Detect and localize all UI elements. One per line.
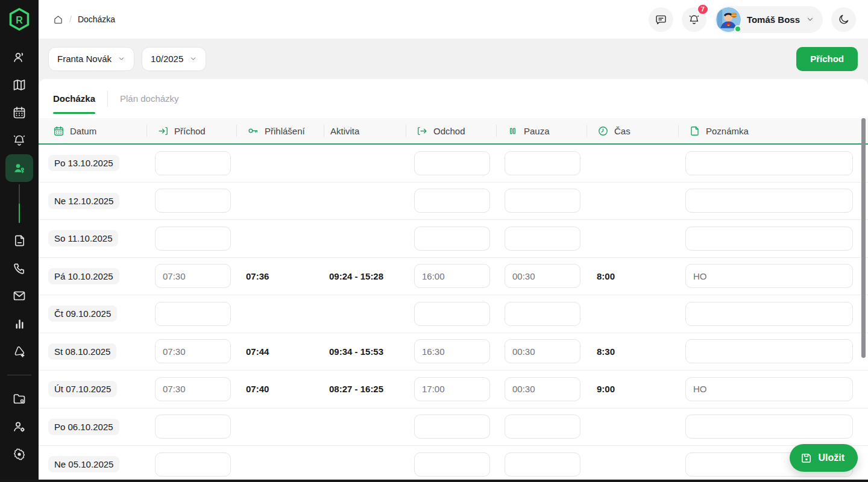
prichod-input[interactable] [155,302,231,326]
tab-attendance-plan[interactable]: Plán docházky [120,79,179,118]
employee-select[interactable]: Franta Novák [48,47,134,71]
sidebar-item-attendance[interactable] [5,154,33,182]
table-row: St 08.10.2025 07:44 09:34 - 15:53 8:30 [39,333,868,371]
odchod-input[interactable] [414,377,490,401]
pauza-input[interactable] [505,227,580,251]
prichod-input[interactable] [155,339,231,363]
odchod-input[interactable] [414,227,490,251]
cell-cas [587,183,678,220]
file-icon [689,125,700,137]
sidebar-item-notifications[interactable] [5,127,33,154]
nav-connector-line [19,184,20,223]
prichod-input[interactable] [155,377,231,401]
pauza-input[interactable] [505,339,580,363]
mail-icon [12,289,27,303]
prichod-input[interactable] [155,452,231,477]
date-label: Ne 12.10.2025 [48,193,119,209]
column-header-cas: Čas [587,118,678,143]
checkin-button[interactable]: Příchod [796,47,858,71]
poznamka-input[interactable] [685,339,853,363]
cell-prichod [146,371,236,408]
cell-datum: Po 13.10.2025 [39,145,146,182]
prichod-input[interactable] [155,151,231,175]
notifications-button[interactable]: 7 [682,7,706,32]
scrollbar-thumb[interactable] [861,118,866,358]
online-status-dot [734,25,741,33]
chat-button[interactable] [649,7,673,32]
poznamka-input[interactable] [685,227,853,251]
odchod-input[interactable] [414,415,490,439]
pauza-input[interactable] [505,377,580,401]
prichod-input[interactable] [155,189,231,213]
poznamka-input[interactable] [685,302,853,326]
save-button[interactable]: Uložit [790,444,858,472]
app-logo[interactable]: R [0,0,39,39]
odchod-input[interactable] [414,302,490,326]
pauza-input[interactable] [505,452,580,477]
poznamka-input[interactable] [685,264,853,288]
cell-poznamka [678,295,868,333]
cell-prihlaseni [236,220,324,257]
odchod-input[interactable] [414,189,490,213]
table-row: Po 13.10.2025 [39,145,868,183]
odchod-input[interactable] [414,264,490,288]
sidebar-item-reports[interactable] [5,310,33,337]
phone-icon [13,261,27,275]
poznamka-input[interactable] [685,151,853,175]
poznamka-input[interactable] [685,189,853,213]
cell-aktivita: 08:27 - 16:25 [324,371,406,408]
odchod-input[interactable] [414,452,490,477]
date-label: So 11.10.2025 [48,230,118,246]
aktivita-value: 09:24 - 15:28 [329,271,383,281]
month-select[interactable]: 10/2025 [142,47,206,71]
cell-cas: 9:00 [587,371,678,408]
cell-datum: Ne 05.10.2025 [39,446,146,482]
chat-icon [655,13,667,26]
sidebar-item-mail[interactable] [5,282,33,310]
cell-pauza [496,258,587,295]
date-label: Út 07.10.2025 [48,381,117,397]
date-label: Po 13.10.2025 [48,155,119,171]
date-label: Čt 09.10.2025 [48,305,117,322]
pauza-input[interactable] [505,151,580,175]
cell-datum: Po 06.10.2025 [39,408,146,446]
sidebar-item-settings[interactable] [5,440,33,468]
pauza-input[interactable] [505,189,580,213]
prichod-input[interactable] [155,415,231,439]
odchod-input[interactable] [414,339,490,363]
filter-bar: Franta Novák 10/2025 Příchod [39,39,868,79]
odchod-input[interactable] [414,151,490,175]
poznamka-input[interactable] [685,415,853,439]
tab-attendance[interactable]: Docházka [53,79,95,118]
clock-icon [597,125,609,137]
pauza-input[interactable] [505,264,580,288]
sidebar-item-calendar[interactable] [5,99,33,127]
pauza-input[interactable] [505,302,580,326]
cell-odchod [406,258,496,295]
sidebar-item-employees[interactable] [5,43,33,71]
poznamka-input[interactable] [685,377,853,401]
cell-prihlaseni: 07:40 [236,371,324,408]
dark-mode-toggle[interactable] [831,7,856,32]
sidebar-item-calls[interactable] [5,254,33,282]
table-header: Datum Příchod Přihlášení Aktivita Odchod [39,118,868,145]
pauza-input[interactable] [505,415,580,439]
sidebar-item-map[interactable] [5,71,33,99]
sidebar-item-documents[interactable] [5,227,33,254]
sidebar-item-user-settings[interactable] [5,413,33,440]
cell-prichod [146,446,236,482]
column-header-poznamka: Poznámka [678,118,868,143]
home-icon[interactable] [53,14,63,25]
prichod-input[interactable] [155,264,231,288]
sidebar-item-add-request[interactable] [5,337,33,365]
cell-poznamka [678,408,868,446]
prichod-input[interactable] [155,227,231,251]
cell-cas: 8:30 [587,333,678,371]
save-icon [800,452,813,464]
user-menu[interactable]: Tomáš Boss [715,6,823,33]
aktivita-value: 09:34 - 15:53 [329,346,383,357]
folder-gear-icon [12,392,27,406]
cell-poznamka [678,220,868,257]
date-label: Ne 05.10.2025 [48,456,119,472]
sidebar-item-project-settings[interactable] [5,385,33,413]
